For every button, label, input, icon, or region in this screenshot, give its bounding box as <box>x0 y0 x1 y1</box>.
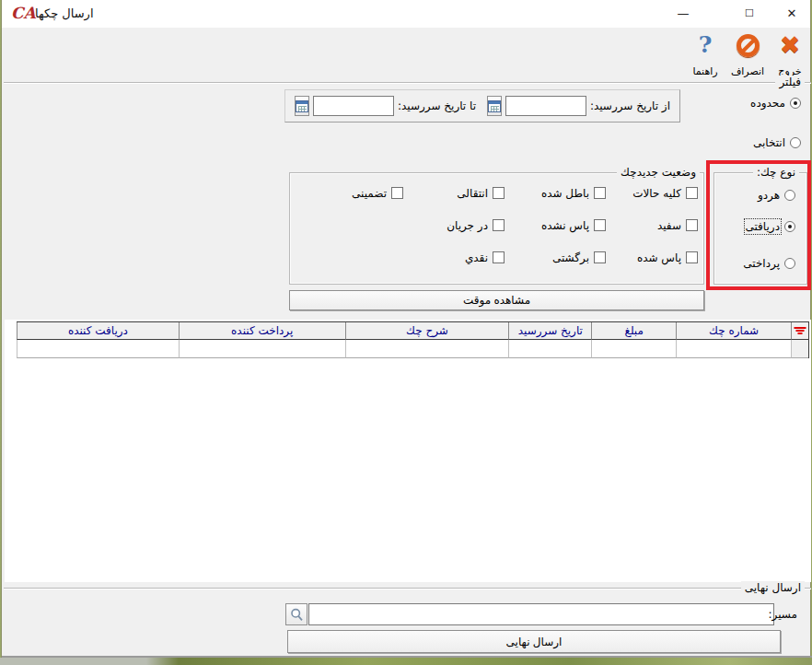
app-logo-icon: CA <box>11 4 36 22</box>
radio-received-icon <box>784 221 795 232</box>
from-date-calendar-button[interactable] <box>487 96 502 116</box>
checkbox-guaranteed[interactable]: تضمینی <box>352 186 403 200</box>
table-filter-button[interactable] <box>791 322 808 340</box>
window-title: ارسال چکها <box>35 6 94 20</box>
desktop-background-strip <box>0 658 812 665</box>
app-window: CA ارسال چکها — ☐ ✕ ✖ خروج انصراف ? راهن… <box>1 0 811 658</box>
from-date-label: از تاریخ سررسید: <box>590 99 670 112</box>
radio-received[interactable]: دریافتی <box>746 219 796 233</box>
checkbox-label: سفید <box>657 219 681 232</box>
to-date-label: تا تاریخ سررسید: <box>398 99 476 112</box>
radio-selective-label: انتخابی <box>753 136 785 149</box>
radio-both-icon <box>784 190 795 201</box>
radio-paid-icon <box>784 258 795 269</box>
filter-group-border <box>4 82 811 84</box>
path-input[interactable] <box>308 603 774 625</box>
checkbox-in-progress[interactable]: در جریان <box>447 218 505 232</box>
checkbox-bounced[interactable]: برگشتی <box>552 251 606 264</box>
cell-amount[interactable] <box>591 340 676 358</box>
checkbox-label: برگشتی <box>552 251 589 264</box>
magnifier-icon <box>290 608 304 622</box>
cancel-label: انصراف <box>725 65 770 77</box>
checkbox-icon <box>594 219 606 231</box>
cell-receiver[interactable] <box>17 340 179 358</box>
maximize-button[interactable]: ☐ <box>736 4 763 24</box>
column-header-due-date[interactable]: تاریخ سررسید <box>508 322 591 340</box>
checkbox-icon <box>594 251 606 263</box>
radio-paid-label: پرداختی <box>743 257 780 270</box>
date-range-panel: از تاریخ سررسید: تا تاریخ سررسید: <box>284 89 680 122</box>
toolbar: ✖ خروج انصراف ? راهنما <box>2 28 810 81</box>
status-group-caption: وضعیت جدیدچك <box>617 166 700 179</box>
filter-group-caption: فیلتر <box>775 76 805 88</box>
check-type-caption: نوع چك: <box>753 166 799 179</box>
checkbox-label: انتقالی <box>457 187 488 200</box>
checkbox-icon <box>391 187 403 199</box>
checkbox-icon <box>686 219 698 231</box>
final-send-caption: ارسال نهایی <box>741 581 805 594</box>
checkbox-label: باطل شده <box>541 187 589 200</box>
checkbox-label: در جریان <box>447 219 488 232</box>
preview-button[interactable]: مشاهده موقت <box>289 290 704 310</box>
help-button[interactable]: ? راهنما <box>683 31 727 79</box>
radio-paid[interactable]: پرداختی <box>743 256 795 270</box>
browse-path-button[interactable] <box>285 603 307 625</box>
checkbox-cash[interactable]: نقدي <box>465 251 505 264</box>
calendar-icon <box>488 100 501 112</box>
radio-received-label: دریافتی <box>746 220 781 233</box>
cancel-ban-icon <box>737 34 760 57</box>
column-header-payer[interactable]: پرداخت کننده <box>179 322 345 340</box>
checkbox-label: نقدي <box>465 251 488 264</box>
exit-button[interactable]: ✖ خروج <box>768 31 812 79</box>
exit-x-icon: ✖ <box>768 31 812 59</box>
column-header-receiver[interactable]: دریافت کننده <box>17 322 179 340</box>
checkbox-icon <box>493 219 505 231</box>
filter-funnel-icon <box>795 326 806 336</box>
help-question-icon: ? <box>683 31 727 59</box>
title-bar: CA ارسال چکها — ☐ ✕ <box>2 0 810 28</box>
radio-selective-icon <box>790 137 801 148</box>
path-label: مسیر: <box>765 608 801 621</box>
checkbox-all-states[interactable]: کلیه حالات <box>632 186 698 200</box>
to-date-calendar-button[interactable] <box>295 96 309 116</box>
checkbox-voided[interactable]: باطل شده <box>541 186 606 200</box>
radio-limited-label: محدوده <box>750 97 785 110</box>
radio-limited[interactable]: محدوده <box>750 96 801 110</box>
column-header-amount[interactable]: مبلغ <box>591 322 676 340</box>
table-header-row: شماره چك مبلغ تاریخ سررسید شرح چك پرداخت… <box>17 322 808 340</box>
from-date-input[interactable] <box>505 96 586 116</box>
radio-both-label: هردو <box>758 189 780 202</box>
cancel-button[interactable]: انصراف <box>725 31 770 79</box>
table-row[interactable] <box>17 340 808 358</box>
radio-both[interactable]: هردو <box>758 188 795 202</box>
checkbox-label: کلیه حالات <box>632 187 681 200</box>
checkbox-cleared[interactable]: پاس شده <box>637 251 698 264</box>
close-button[interactable]: ✕ <box>778 4 806 24</box>
checkbox-label: پاس نشده <box>541 219 589 232</box>
checkbox-icon <box>493 187 505 199</box>
checkbox-icon <box>594 187 606 199</box>
to-date-input[interactable] <box>313 96 394 116</box>
cell-due-date[interactable] <box>508 340 591 358</box>
checkbox-blank[interactable]: سفید <box>657 218 698 232</box>
checkbox-label: پاس شده <box>637 251 681 264</box>
column-header-description[interactable]: شرح چك <box>345 322 509 340</box>
minimize-button[interactable]: — <box>669 4 697 24</box>
table-panel: شماره چك مبلغ تاریخ سررسید شرح چك پرداخت… <box>5 320 811 582</box>
cell-description[interactable] <box>345 340 509 358</box>
radio-limited-icon <box>790 98 801 109</box>
cell-payer[interactable] <box>179 340 345 358</box>
radio-selective[interactable]: انتخابی <box>753 135 801 149</box>
checkbox-label: تضمینی <box>352 187 387 200</box>
checkbox-transferred[interactable]: انتقالی <box>457 186 505 200</box>
help-label: راهنما <box>683 65 727 77</box>
row-selector-cell[interactable] <box>791 340 808 358</box>
checkbox-icon <box>686 251 698 263</box>
checkbox-icon <box>686 187 698 199</box>
checkbox-not-cleared[interactable]: پاس نشده <box>541 218 606 232</box>
cell-check-number[interactable] <box>676 340 791 358</box>
final-send-button[interactable]: ارسال نهایی <box>287 630 781 653</box>
column-header-check-number[interactable]: شماره چك <box>676 322 791 340</box>
calendar-icon <box>296 100 308 112</box>
checks-table: شماره چك مبلغ تاریخ سررسید شرح چك پرداخت… <box>17 321 809 358</box>
